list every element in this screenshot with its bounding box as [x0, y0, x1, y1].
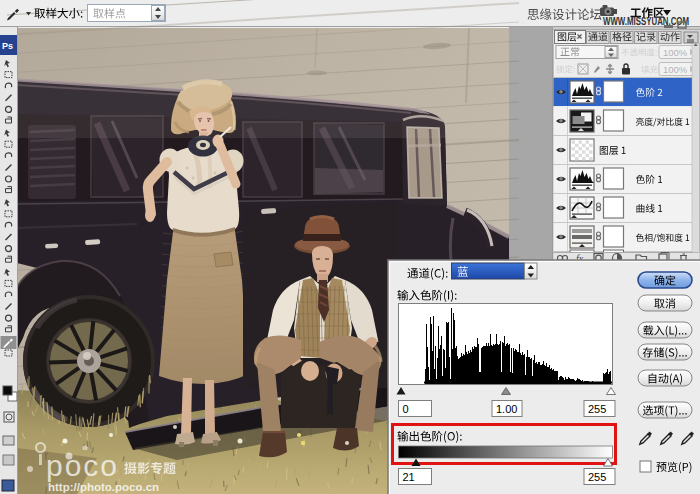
svg-text:255: 255: [588, 403, 606, 415]
svg-text:poco: poco: [46, 449, 119, 482]
svg-text:255: 255: [588, 471, 606, 483]
svg-text:WWW.MISSYUAN.COM: WWW.MISSYUAN.COM: [603, 16, 689, 27]
svg-text:1.00: 1.00: [496, 403, 517, 415]
svg-text:100%: 100%: [663, 64, 688, 75]
svg-text:21: 21: [403, 471, 415, 483]
svg-text:http://photo.poco.cn: http://photo.poco.cn: [48, 481, 159, 493]
svg-text:0: 0: [403, 403, 409, 415]
svg-text:Ps: Ps: [2, 41, 13, 51]
svg-text:100%: 100%: [663, 47, 688, 58]
